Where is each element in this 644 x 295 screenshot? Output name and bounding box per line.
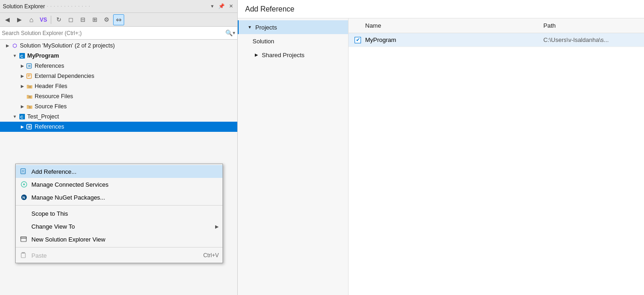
ctx-manage-connected[interactable]: Manage Connected Services <box>16 178 223 191</box>
resource-files-icon: R <box>26 93 33 100</box>
search-dropdown[interactable]: ▾ <box>233 30 235 36</box>
checkbox-myprogram[interactable]: ✔ <box>355 37 361 43</box>
pin-icon[interactable]: 📌 <box>218 3 225 10</box>
forward-button[interactable]: ▶ <box>14 14 25 25</box>
settings-button[interactable]: ⚙ <box>101 14 112 25</box>
home-button[interactable]: ⌂ <box>26 14 37 25</box>
vs-button[interactable]: VS <box>38 14 49 25</box>
ctx-paste-shortcut: Ctrl+V <box>203 252 219 259</box>
expand-references[interactable]: ▶ <box>18 62 26 70</box>
refresh-button[interactable]: ↻ <box>53 14 64 25</box>
col-path-header[interactable]: Path <box>543 22 640 29</box>
expand-shared-projects-icon: ▶ <box>253 51 260 59</box>
tree-item-external-deps[interactable]: ▶ External Dependencies <box>0 71 237 81</box>
stop-button[interactable]: ◻ <box>65 14 76 25</box>
expand-solution[interactable]: ▶ <box>4 42 11 49</box>
row-name-myprogram: MyProgram <box>363 36 543 43</box>
add-reference-panel: Add Reference ▼ Projects Solution ▶ Shar… <box>238 0 644 295</box>
ctx-add-reference[interactable]: R Add Reference... <box>16 165 223 178</box>
svg-text:R: R <box>22 169 25 174</box>
expand-projects-icon: ▼ <box>246 24 253 31</box>
expand-references2[interactable]: ▶ <box>18 123 26 130</box>
ar-table-body: ✔ MyProgram C:\Users\v-lsaldanha\s... <box>349 33 644 295</box>
resource-files-label: Resource Files <box>35 93 73 100</box>
ar-header: Add Reference <box>238 0 644 18</box>
back-button[interactable]: ◀ <box>2 14 13 25</box>
ctx-new-solution-view[interactable]: New Solution Explorer View <box>16 233 223 246</box>
toolbar-sep1 <box>51 16 51 24</box>
ar-solution-label: Solution <box>253 38 274 45</box>
svg-text:C: C <box>20 115 24 119</box>
ar-sidebar-solution[interactable]: Solution <box>238 34 348 48</box>
myprogram-label: MyProgram <box>27 53 59 59</box>
tree-item-myprogram[interactable]: ▼ C MyProgram <box>0 51 237 61</box>
ar-content: Name Path ✔ MyProgram C:\Users\v-lsaldan… <box>349 18 644 295</box>
tree-item-resource-files[interactable]: ▶ R Resource Files <box>0 91 237 101</box>
se-titlebar: Solution Explorer · · · · · · · · · · · … <box>0 0 237 13</box>
ctx-change-view-label: Change View To <box>31 223 211 230</box>
collapse-button[interactable]: ⊟ <box>77 14 88 25</box>
svg-rect-3 <box>28 65 30 66</box>
change-view-icon <box>19 222 29 231</box>
svg-rect-28 <box>21 253 25 258</box>
title-dots: · · · · · · · · · · · · · <box>47 4 90 9</box>
solution-label: Solution 'MySolution' (2 of 2 projects) <box>20 42 115 49</box>
source-files-label: Source Files <box>35 103 66 110</box>
header-files-icon: H <box>26 83 33 90</box>
ctx-manage-nuget[interactable]: N Manage NuGet Packages... <box>16 191 223 204</box>
search-icon: 🔍 <box>225 30 233 36</box>
ar-body: ▼ Projects Solution ▶ Shared Projects Na… <box>238 18 644 295</box>
svg-rect-16 <box>27 124 31 129</box>
col-name-header[interactable]: Name <box>363 22 543 29</box>
references2-label: References <box>35 124 64 130</box>
search-input[interactable] <box>2 30 225 36</box>
context-menu: R Add Reference... Manage Connected Serv… <box>15 164 223 263</box>
tree-item-solution[interactable]: ▶ ⬡ Solution 'MySolution' (2 of 2 projec… <box>0 41 237 51</box>
svg-rect-18 <box>28 127 30 128</box>
svg-rect-26 <box>21 237 26 238</box>
svg-rect-2 <box>27 64 31 68</box>
scope-icon <box>19 209 29 218</box>
expand-source-files[interactable]: ▶ <box>18 103 26 110</box>
project-icon-test: C <box>18 113 26 120</box>
expand-myprogram[interactable]: ▼ <box>11 52 18 59</box>
tree-item-test-project[interactable]: ▼ C Test_Project <box>0 112 237 122</box>
test-project-label: Test_Project <box>27 113 59 120</box>
connected-services-icon <box>19 180 29 189</box>
nuget-icon: N <box>19 193 29 202</box>
tree-item-references[interactable]: ▶ References <box>0 61 237 71</box>
expand-external-deps[interactable]: ▶ <box>18 72 26 80</box>
svg-rect-6 <box>28 75 30 76</box>
ar-sidebar: ▼ Projects Solution ▶ Shared Projects <box>238 18 349 295</box>
ar-row-myprogram[interactable]: ✔ MyProgram C:\Users\v-lsaldanha\s... <box>349 33 644 47</box>
expand-test-project[interactable]: ▼ <box>11 113 18 120</box>
ctx-change-view-to[interactable]: Change View To ▶ <box>16 220 223 233</box>
new-solution-view-icon <box>19 235 29 244</box>
sync-button[interactable]: ⇔ <box>113 14 124 25</box>
ctx-paste[interactable]: Paste Ctrl+V <box>16 249 223 262</box>
title-icons: ▾ 📌 ✕ <box>209 3 235 10</box>
se-title-left: Solution Explorer · · · · · · · · · · · … <box>3 3 90 10</box>
tree-item-source-files[interactable]: ▶ S Source Files <box>0 101 237 112</box>
ctx-scope-label: Scope to This <box>31 210 219 217</box>
ar-sidebar-shared-projects[interactable]: ▶ Shared Projects <box>238 48 348 62</box>
new-view-button[interactable]: ⊞ <box>89 14 100 25</box>
ar-sidebar-projects[interactable]: ▼ Projects <box>238 20 348 34</box>
tree-item-header-files[interactable]: ▶ H Header Files <box>0 81 237 91</box>
svg-text:H: H <box>29 85 31 88</box>
solution-explorer: Solution Explorer · · · · · · · · · · · … <box>0 0 238 295</box>
svg-rect-4 <box>28 66 30 67</box>
dropdown-icon[interactable]: ▾ <box>209 3 216 10</box>
ctx-scope-to-this[interactable]: Scope to This <box>16 207 223 220</box>
row-check-myprogram[interactable]: ✔ <box>352 37 363 43</box>
references-icon <box>26 62 33 70</box>
source-files-icon: S <box>26 103 33 110</box>
solution-icon: ⬡ <box>11 42 18 49</box>
se-search: 🔍 ▾ <box>0 27 237 40</box>
svg-text:R: R <box>29 95 31 99</box>
tree-item-references2[interactable]: ▶ References <box>0 122 237 132</box>
expand-header-files[interactable]: ▶ <box>18 83 26 90</box>
close-icon[interactable]: ✕ <box>227 3 235 10</box>
ar-projects-label: Projects <box>255 24 277 31</box>
ctx-manage-connected-label: Manage Connected Services <box>31 181 219 188</box>
